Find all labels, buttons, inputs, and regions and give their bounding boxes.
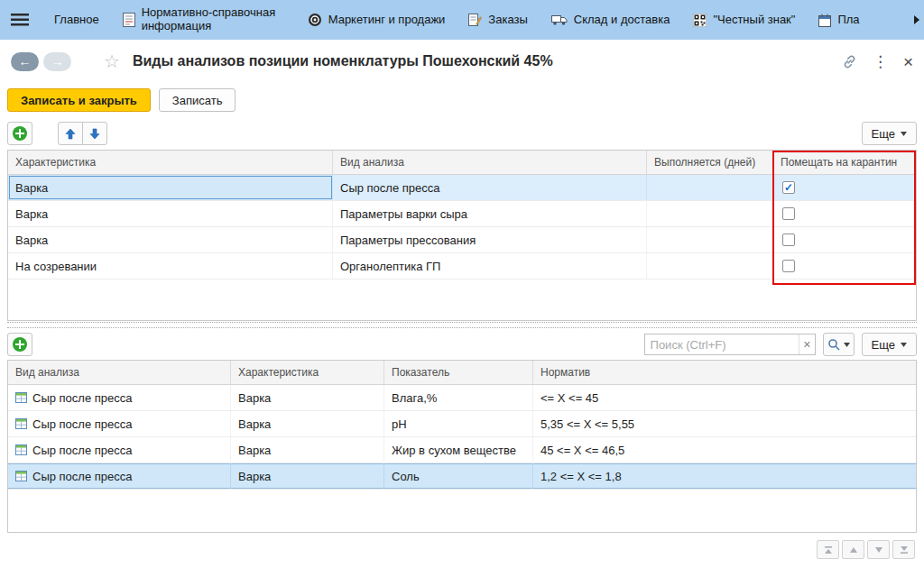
- more-button-lower[interactable]: Еще: [862, 333, 917, 356]
- add-row-button-lower[interactable]: [7, 333, 32, 356]
- save-button[interactable]: Записать: [159, 88, 236, 112]
- nav-item-label: Главное: [54, 14, 99, 27]
- plus-icon: [12, 336, 28, 353]
- cell-characteristic[interactable]: Варка: [231, 411, 384, 436]
- cell-indicator[interactable]: Соль: [384, 463, 533, 489]
- cell-norm[interactable]: 5,35 <= X <= 5,55: [533, 411, 916, 436]
- column-header-analysis-type[interactable]: Вид анализа: [8, 361, 231, 384]
- down-icon: [874, 545, 883, 554]
- up-icon: [849, 545, 858, 554]
- move-up-button[interactable]: [58, 122, 83, 145]
- add-row-button[interactable]: [7, 122, 32, 145]
- cell-quarantine[interactable]: [773, 201, 916, 226]
- cell-analysis-type[interactable]: Параметры варки сыра: [333, 201, 647, 226]
- nav-item-main[interactable]: Главное: [54, 14, 99, 27]
- quarantine-checkbox[interactable]: [782, 260, 795, 272]
- scroll-to-top-button[interactable]: [817, 540, 839, 559]
- cell-characteristic[interactable]: Варка: [8, 175, 333, 200]
- nav-item-marketing[interactable]: Маркетинг и продажи: [308, 13, 446, 27]
- cell-indicator[interactable]: Влага,%: [384, 385, 533, 410]
- table-row[interactable]: ВаркаПараметры прессования: [8, 227, 916, 253]
- cell-characteristic[interactable]: Варка: [231, 463, 384, 489]
- analysis-table-icon: [15, 471, 27, 481]
- title-bar: ← → ☆ Виды анализов позиции номенклатуры…: [0, 40, 924, 83]
- lower-table-header: Вид анализа Характеристика Показатель Но…: [8, 361, 916, 385]
- splitter-handle[interactable]: [7, 322, 917, 328]
- cell-norm[interactable]: 45 <= X <= 46,5: [533, 437, 916, 463]
- cell-analysis-type[interactable]: Сыр после пресса: [8, 463, 231, 489]
- page-down-button[interactable]: [867, 540, 890, 559]
- nav-item-chestny-znak[interactable]: "Честный знак": [693, 14, 795, 27]
- favorite-star-icon[interactable]: ☆: [104, 50, 120, 72]
- search-button[interactable]: [823, 333, 855, 356]
- cell-analysis-type[interactable]: Сыр после пресса: [8, 385, 231, 410]
- table-row[interactable]: Сыр после прессаВаркаЖир в сухом веществ…: [8, 437, 916, 463]
- get-link-icon[interactable]: [842, 54, 857, 69]
- page-up-button[interactable]: [842, 540, 864, 559]
- cell-characteristic[interactable]: Варка: [231, 437, 384, 463]
- table-row[interactable]: На созреванииОрганолептика ГП: [8, 253, 916, 279]
- cell-characteristic[interactable]: На созревании: [8, 253, 333, 279]
- column-header-days[interactable]: Выполняется (дней): [647, 151, 773, 174]
- forward-button[interactable]: →: [43, 52, 71, 71]
- nav-overflow-chevron-icon[interactable]: [910, 0, 924, 40]
- title-bar-icons: ⋮ ×: [842, 53, 913, 70]
- table-row[interactable]: Сыр после прессаВаркаСоль1,2 <= X <= 1,8: [8, 463, 916, 490]
- scroll-to-bottom-button[interactable]: [892, 540, 915, 559]
- cell-days[interactable]: [647, 201, 773, 226]
- cell-norm[interactable]: <= X <= 45: [533, 385, 916, 410]
- cell-quarantine[interactable]: [773, 253, 916, 279]
- cell-characteristic[interactable]: Варка: [231, 385, 384, 410]
- table-row[interactable]: Сыр после прессаВаркаВлага,%<= X <= 45: [8, 385, 916, 411]
- cell-indicator[interactable]: Жир в сухом веществе: [384, 437, 533, 463]
- nav-item-warehouse[interactable]: Склад и доставка: [551, 14, 670, 27]
- table-row[interactable]: ВаркаСыр после пресса✓: [8, 175, 916, 201]
- cell-analysis-type[interactable]: Органолептика ГП: [333, 253, 647, 279]
- column-header-indicator[interactable]: Показатель: [384, 361, 533, 384]
- quarantine-checkbox[interactable]: ✓: [782, 181, 795, 194]
- column-header-norm[interactable]: Норматив: [533, 361, 916, 384]
- more-button-upper[interactable]: Еще: [862, 122, 917, 145]
- cell-quarantine[interactable]: [773, 227, 916, 252]
- move-down-button[interactable]: [82, 122, 107, 145]
- quarantine-checkbox[interactable]: [782, 207, 795, 220]
- back-button[interactable]: ←: [11, 52, 39, 71]
- search-input[interactable]: [645, 338, 799, 352]
- menu-icon[interactable]: [9, 12, 31, 28]
- table-row[interactable]: ВаркаПараметры варки сыра: [8, 201, 916, 227]
- cell-days[interactable]: [647, 175, 773, 200]
- arrow-up-icon: [65, 128, 76, 140]
- cell-quarantine[interactable]: ✓: [773, 175, 916, 200]
- cell-analysis-type[interactable]: Параметры прессования: [333, 227, 647, 252]
- cell-days[interactable]: [647, 253, 773, 279]
- more-menu-icon[interactable]: ⋮: [873, 54, 888, 69]
- column-header-analysis-type[interactable]: Вид анализа: [333, 151, 647, 174]
- nav-item-label: Нормативно-справочная информация: [142, 6, 284, 32]
- cell-indicator[interactable]: pH: [384, 411, 533, 436]
- nav-item-planning[interactable]: Пла: [818, 14, 859, 27]
- cell-days[interactable]: [647, 227, 773, 252]
- cell-analysis-type[interactable]: Сыр после пресса: [8, 411, 231, 436]
- save-and-close-button[interactable]: Записать и закрыть: [7, 88, 151, 112]
- column-header-characteristic[interactable]: Характеристика: [8, 151, 333, 174]
- nav-item-orders[interactable]: Заказы: [468, 13, 527, 27]
- analysis-table-icon: [15, 392, 27, 403]
- upper-table: Характеристика Вид анализа Выполняется (…: [7, 150, 917, 321]
- to-bottom-icon: [900, 545, 909, 554]
- close-icon[interactable]: ×: [903, 53, 913, 70]
- quarantine-checkbox[interactable]: [782, 234, 795, 246]
- cell-norm[interactable]: 1,2 <= X <= 1,8: [533, 463, 916, 489]
- upper-table-toolbar: Еще: [0, 117, 924, 150]
- cell-analysis-type[interactable]: Сыр после пресса: [333, 175, 647, 200]
- search-clear-icon[interactable]: ×: [799, 334, 814, 354]
- top-navigation: Главное Нормативно-справочная информация…: [0, 0, 924, 40]
- analysis-table-icon: [15, 418, 27, 429]
- cell-characteristic[interactable]: Варка: [8, 201, 333, 226]
- cell-characteristic[interactable]: Варка: [8, 227, 333, 252]
- column-header-characteristic[interactable]: Характеристика: [231, 361, 384, 384]
- cell-analysis-type[interactable]: Сыр после пресса: [8, 437, 231, 463]
- table-row[interactable]: Сыр после прессаВаркаpH5,35 <= X <= 5,55: [8, 411, 916, 437]
- nav-item-label: Заказы: [488, 14, 527, 27]
- nav-item-reference-info[interactable]: Нормативно-справочная информация: [123, 6, 284, 32]
- column-header-quarantine[interactable]: Помещать на карантин: [773, 151, 916, 174]
